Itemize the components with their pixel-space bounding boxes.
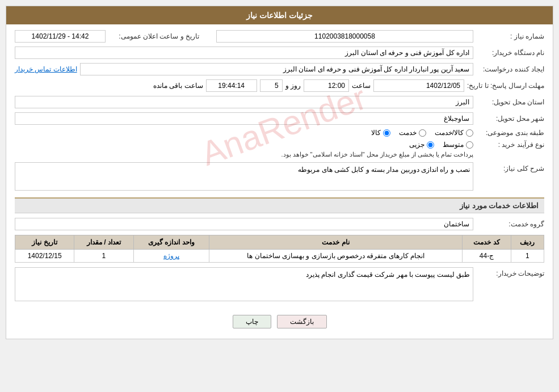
col-tarikh: تاریخ نیاز <box>15 235 74 250</box>
shomare-niaz-value: 1102003818000058 <box>216 30 473 43</box>
button-row: بازگشت چاپ <box>15 308 544 333</box>
tozihat-value: طبق لیست پیوست با مهر شرکت قیمت گذاری ان… <box>15 267 473 301</box>
cell-vahed[interactable]: پروژه <box>133 250 209 263</box>
radio-kala-khadamat[interactable]: کالا/خدمت <box>435 129 473 137</box>
tabaqe-label: طبقه بندی موضوعی: <box>476 129 544 137</box>
deadline-days: 5 <box>260 79 283 92</box>
cell-tarikh: 1402/12/15 <box>15 250 74 263</box>
ijadkonande-label: ایجاد کننده درخواست: <box>476 65 544 73</box>
noe-farayand-desc: پرداخت تمام یا بخشی از مبلغ خریداز محل "… <box>15 151 473 158</box>
namedastgah-label: نام دستگاه خریدار: <box>476 49 544 57</box>
ostan-value: البرز <box>15 96 473 108</box>
shahr-label: شهر محل تحویل: <box>476 115 544 123</box>
noe-farayand-label: نوع فرآیند خرید : <box>476 141 544 149</box>
deadline-time: 12:00 <box>304 79 349 92</box>
services-table-section: ردیف کد خدمت نام خدمت واحد اندازه گیری ت… <box>15 235 544 263</box>
radio-kala[interactable]: کالا <box>371 129 390 137</box>
col-tedad: تعداد / مقدار <box>74 235 133 250</box>
radio-motavasset-input[interactable] <box>466 141 473 149</box>
col-radif: ردیف <box>511 235 544 250</box>
radio-khadamat[interactable]: خدمت <box>399 129 426 137</box>
col-vahed: واحد اندازه گیری <box>133 235 209 250</box>
page-title: جزئیات اطلاعات نیاز <box>6 6 553 24</box>
deadline-clock: 19:44:14 <box>206 79 257 92</box>
grohe-label: گروه خدمت: <box>476 220 544 228</box>
shahr-value: ساوجبلاغ <box>15 112 473 125</box>
deadline-clock-label: ساعت باقی مانده <box>153 82 203 90</box>
radio-khadamat-label: خدمت <box>399 129 417 137</box>
radio-khadamat-input[interactable] <box>419 129 426 137</box>
col-nam: نام خدمت <box>209 235 463 250</box>
radio-kala-khadamat-label: کالا/خدمت <box>435 129 464 137</box>
table-row: 1 ج-44 انجام کارهای متفرقه درخصوص بازساز… <box>15 250 544 263</box>
cell-nam: انجام کارهای متفرقه درخصوص بازسازی و بهس… <box>209 250 463 263</box>
tozihat-label: توضیحات خریدار: <box>476 267 544 277</box>
services-table: ردیف کد خدمت نام خدمت واحد اندازه گیری ت… <box>15 235 544 263</box>
tarikh-aalan-label: تاریخ و ساعت اعلان عمومی: <box>108 32 199 40</box>
namedastgah-value: اداره کل آموزش فنی و حرفه ای استان البرز <box>15 47 473 59</box>
cell-radif: 1 <box>511 250 544 263</box>
radio-kala-khadamat-input[interactable] <box>466 129 473 137</box>
mohlat-label: مهلت ارسال پاسخ: تا تاریخ: <box>467 82 544 90</box>
radio-jozii[interactable]: جزیی <box>409 141 434 149</box>
ijadkonande-value: سعید آرین پور انباردار اداره کل آموزش فن… <box>80 63 473 75</box>
ijadkonande-link[interactable]: اطلاعات تماس خریدار <box>15 65 77 73</box>
cell-kod: ج-44 <box>463 250 511 263</box>
radio-jozii-input[interactable] <box>427 141 434 149</box>
cell-tedad: 1 <box>74 250 133 263</box>
khadamat-section-header: اطلاعات خدمات مورد نیاز <box>15 197 544 213</box>
radio-motavasset-label: متوسط <box>443 141 464 149</box>
radio-kala-label: کالا <box>371 129 381 137</box>
deadline-time-label: ساعت <box>352 82 371 90</box>
back-button[interactable]: بازگشت <box>277 315 327 328</box>
shomare-niaz-label: شماره نیاز : <box>476 32 544 40</box>
col-kod: کد خدمت <box>463 235 511 250</box>
grohe-value: ساختمان <box>15 218 473 230</box>
deadline-day-label: روز و <box>285 82 301 90</box>
tarikh-aalan-value: 1402/11/29 - 14:42 <box>15 30 106 43</box>
sharh-label: شرح کلی نیاز: <box>476 162 544 172</box>
sharh-value: نصب و راه اندازی دوربین مدار بسته و کابل… <box>15 162 473 191</box>
ostan-label: استان محل تحویل: <box>476 98 544 106</box>
radio-motavasset[interactable]: متوسط <box>443 141 473 149</box>
deadline-date: 1402/12/05 <box>373 79 464 92</box>
radio-kala-input[interactable] <box>383 129 390 137</box>
radio-jozii-label: جزیی <box>409 141 424 149</box>
print-button[interactable]: چاپ <box>233 315 271 328</box>
